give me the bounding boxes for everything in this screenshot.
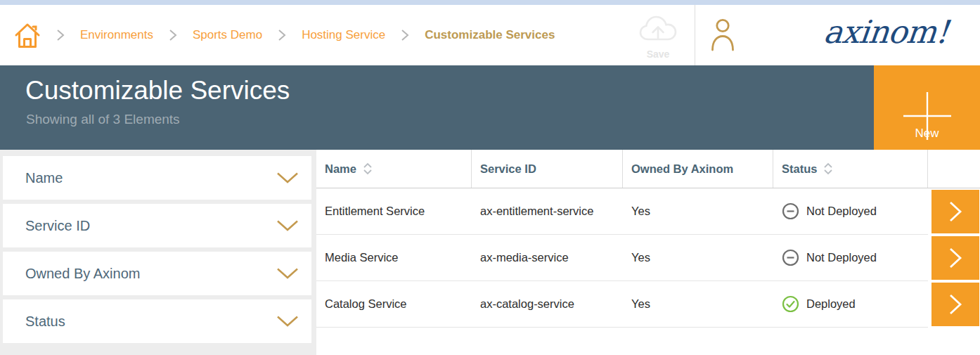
axinom-logo: axinom! [822,13,950,51]
breadcrumb-separator-icon [56,28,65,42]
table-row: Entitlement Service ax-entitlement-servi… [316,188,980,235]
column-header-name[interactable]: Name [316,150,472,188]
filter-sidebar: Name Service ID Owned By Axinom [0,150,316,355]
services-table: Name Service ID Owned By Axinom Status [316,150,980,355]
minus-circle-icon [782,202,799,220]
filter-accordion-name[interactable]: Name [3,156,311,200]
topbar-divider [695,5,695,65]
column-header-label: Name [325,162,356,176]
chevron-down-icon [276,220,299,232]
filter-accordion-service-id[interactable]: Service ID [3,204,311,247]
cell-owned-by-axinom: Yes [623,281,773,328]
check-circle-icon [782,295,799,313]
breadcrumb: Environments Sports Demo Hosting Service… [14,5,555,65]
breadcrumb-item-sports-demo[interactable]: Sports Demo [193,28,262,42]
open-row-button[interactable] [931,283,979,326]
page-header: Customizable Services Showing all of 3 E… [0,65,980,150]
sort-chevrons-icon [363,162,373,175]
minus-circle-icon [782,249,799,266]
chevron-right-icon [948,200,963,223]
breadcrumb-separator-icon [400,28,410,42]
cloud-upload-icon [638,15,678,44]
table-row: Media Service ax-media-service Yes Not D… [316,235,980,281]
cell-actions [928,188,980,235]
table-row: Catalog Service ax-catalog-service Yes D… [316,281,980,328]
topbar: Environments Sports Demo Hosting Service… [0,5,980,65]
result-count-text: Showing all of 3 Elements [26,112,180,127]
top-accent-strip [0,0,980,5]
home-icon[interactable] [14,21,41,49]
sort-chevrons-icon [823,162,833,175]
cell-actions [928,281,980,328]
content-area: Name Service ID Owned By Axinom [0,150,980,355]
status-text: Not Deployed [806,205,877,218]
cell-status: Not Deployed [773,235,928,281]
new-button[interactable]: New [874,65,980,150]
save-button-label: Save [635,49,681,60]
cell-actions [928,235,980,281]
page-title: Customizable Services [25,76,290,105]
filter-label: Name [25,170,63,186]
breadcrumb-separator-icon [168,28,178,42]
user-account-button[interactable] [711,18,735,55]
cell-status: Not Deployed [773,188,928,235]
new-button-label: New [874,127,980,141]
open-row-button[interactable] [931,190,979,233]
cell-name: Media Service [316,235,472,281]
column-header-owned-by-axinom: Owned By Axinom [623,150,773,188]
filter-accordion-owned-by-axinom[interactable]: Owned By Axinom [3,252,311,295]
person-icon [711,18,735,52]
chevron-right-icon [948,247,963,269]
cell-owned-by-axinom: Yes [623,188,773,235]
status-text: Not Deployed [806,251,877,264]
cell-owned-by-axinom: Yes [623,235,773,281]
breadcrumb-item-environments[interactable]: Environments [80,28,153,42]
open-row-button[interactable] [931,236,979,280]
status-text: Deployed [806,297,856,311]
table-header-row: Name Service ID Owned By Axinom Status [316,150,980,188]
chevron-down-icon [276,268,299,280]
breadcrumb-item-hosting-service[interactable]: Hosting Service [302,28,385,42]
save-button[interactable]: Save [635,15,681,60]
column-header-label: Status [782,162,817,176]
column-header-service-id: Service ID [472,150,623,188]
chevron-right-icon [948,293,963,316]
column-header-actions [928,150,980,188]
cell-service-id: ax-entitlement-service [472,188,623,235]
filter-label: Service ID [25,218,90,234]
cell-status: Deployed [773,281,928,328]
breadcrumb-separator-icon [277,28,287,42]
breadcrumb-item-current: Customizable Services [425,28,555,42]
column-header-label: Owned By Axinom [631,162,733,176]
column-header-label: Service ID [480,162,536,176]
cell-name: Entitlement Service [316,188,472,235]
column-header-status[interactable]: Status [773,150,928,188]
cell-name: Catalog Service [316,281,472,328]
cell-service-id: ax-media-service [472,235,623,281]
filter-label: Status [25,314,65,330]
cell-service-id: ax-catalog-service [472,281,623,328]
filter-accordion-status[interactable]: Status [3,299,311,343]
chevron-down-icon [276,316,299,328]
chevron-down-icon [276,172,299,184]
filter-label: Owned By Axinom [25,266,140,282]
